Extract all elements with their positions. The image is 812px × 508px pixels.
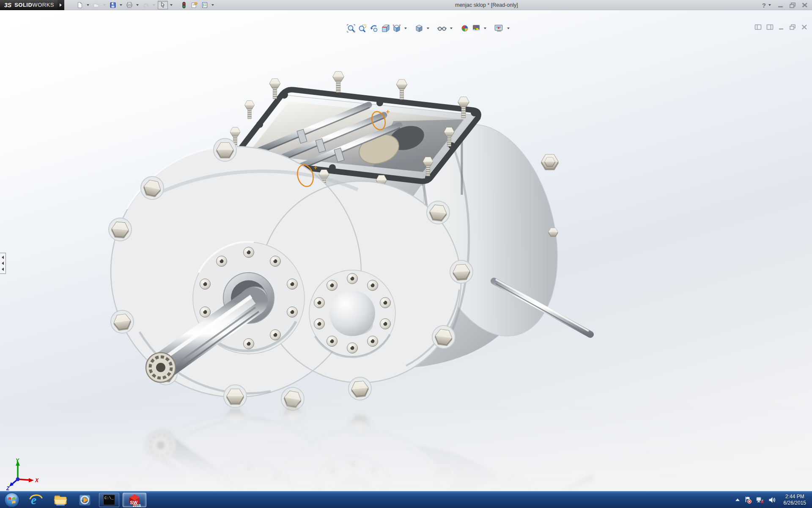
action-center-button[interactable] xyxy=(744,496,752,504)
print-dropdown[interactable] xyxy=(136,4,139,6)
gearbox-model[interactable] xyxy=(108,72,590,412)
open-document-button[interactable] xyxy=(92,1,101,9)
save-floppy-icon xyxy=(110,2,116,8)
section-view-icon xyxy=(381,24,390,33)
hide-show-items-button[interactable] xyxy=(436,23,447,33)
window-title: menjac sklop * [Read-only] xyxy=(455,0,518,10)
zoom-to-fit-button[interactable] xyxy=(346,23,356,33)
apply-scene-dropdown[interactable] xyxy=(484,28,486,29)
view-settings-button[interactable] xyxy=(494,23,505,33)
view-orientation-dropdown[interactable] xyxy=(404,28,407,29)
heads-up-view-toolbar xyxy=(346,23,511,33)
appearance-ball-icon xyxy=(460,24,469,33)
view-orientation-button[interactable] xyxy=(392,23,402,33)
zoom-to-area-button[interactable] xyxy=(357,23,368,33)
undo-button[interactable] xyxy=(141,1,151,9)
view-orientation-icon xyxy=(392,24,401,33)
system-tray: 2:44 PM 6/26/2015 xyxy=(735,491,809,508)
save-dropdown[interactable] xyxy=(120,4,122,6)
network-status-button[interactable] xyxy=(756,496,764,504)
speaker-icon xyxy=(768,496,776,504)
rebuild-button[interactable] xyxy=(179,1,189,9)
new-dropdown[interactable] xyxy=(87,4,89,6)
edit-appearance-button[interactable] xyxy=(460,23,470,33)
taskbar-media-player[interactable] xyxy=(73,491,97,508)
pane-toggle-right-button[interactable] xyxy=(766,24,774,30)
standard-toolbar xyxy=(75,1,216,9)
triad-origin xyxy=(16,478,20,481)
zoom-to-fit-icon xyxy=(346,24,356,33)
eyeglasses-icon xyxy=(437,24,447,33)
folder-explorer-icon xyxy=(53,492,68,508)
display-style-dropdown[interactable] xyxy=(427,28,429,29)
volume-button[interactable] xyxy=(768,496,776,504)
new-document-icon xyxy=(77,2,83,8)
zoom-to-area-icon xyxy=(358,24,367,33)
options-dropdown[interactable] xyxy=(211,4,214,6)
file-properties-button[interactable] xyxy=(189,1,199,9)
previous-view-icon xyxy=(369,24,379,33)
pane-toggle-left-button[interactable] xyxy=(754,24,762,30)
help-button[interactable]: ? xyxy=(762,2,773,9)
window-controls: ? xyxy=(762,0,809,10)
new-document-button[interactable] xyxy=(75,1,85,9)
network-error-icon xyxy=(756,496,764,504)
feature-manager-collapsed-tab[interactable] xyxy=(0,253,6,274)
show-hidden-icons-button[interactable] xyxy=(735,497,741,502)
solidworks-2015-icon: SW 2015 xyxy=(126,492,143,508)
orientation-triad: Y X Z xyxy=(5,457,41,493)
expand-arrow-icon xyxy=(2,256,4,259)
print-button[interactable] xyxy=(125,1,134,9)
close-button[interactable] xyxy=(801,2,809,8)
rebuild-traffic-light-icon xyxy=(181,2,187,8)
view-settings-dropdown[interactable] xyxy=(507,28,510,29)
select-cursor-icon xyxy=(159,2,167,8)
display-style-icon xyxy=(414,24,424,33)
media-player-icon xyxy=(77,492,93,508)
section-view-button[interactable] xyxy=(380,23,390,33)
taskbar-windows-explorer[interactable] xyxy=(48,491,73,508)
solidworks-menu-button[interactable]: 3S SOLIDWORKS xyxy=(0,0,58,10)
help-dropdown xyxy=(768,4,771,6)
apply-scene-icon xyxy=(472,24,481,33)
taskbar-command-prompt[interactable]: C:\_ xyxy=(99,493,119,507)
undo-dropdown[interactable] xyxy=(153,4,155,6)
z-axis-label: Z xyxy=(6,486,10,491)
flag-alert-icon xyxy=(744,496,752,504)
hide-show-items-dropdown[interactable] xyxy=(450,28,453,29)
restore-button[interactable] xyxy=(789,2,797,8)
windows-start-orb-icon xyxy=(4,492,20,508)
svg-text:C:\_: C:\_ xyxy=(104,496,114,500)
previous-view-button[interactable] xyxy=(369,23,379,33)
x-axis-arrow xyxy=(29,478,34,483)
help-icon: ? xyxy=(762,2,766,9)
taskbar-internet-explorer[interactable]: e xyxy=(24,491,48,508)
start-button[interactable] xyxy=(0,491,24,508)
reflection-fade xyxy=(0,404,812,501)
display-style-button[interactable] xyxy=(414,23,424,33)
select-dropdown[interactable] xyxy=(170,4,173,6)
document-window-controls xyxy=(754,24,808,30)
minimize-document-button[interactable] xyxy=(778,24,785,30)
save-button[interactable] xyxy=(108,1,118,9)
options-button[interactable] xyxy=(200,1,209,9)
menu-flyout-button[interactable] xyxy=(58,0,64,10)
taskbar-clock[interactable]: 2:44 PM 6/26/2015 xyxy=(781,494,809,506)
file-properties-icon xyxy=(191,2,198,8)
open-dropdown[interactable] xyxy=(103,4,106,6)
restore-document-button[interactable] xyxy=(789,24,797,30)
expand-arrow-icon xyxy=(2,262,4,265)
apply-scene-button[interactable] xyxy=(471,23,481,33)
command-prompt-icon: C:\_ xyxy=(103,494,115,506)
windows-taskbar: e C:\_ xyxy=(0,491,812,508)
open-folder-icon xyxy=(93,2,100,8)
minimize-button[interactable] xyxy=(777,2,785,8)
print-icon xyxy=(126,2,133,8)
3d-model-canvas[interactable] xyxy=(0,10,812,508)
close-document-button[interactable] xyxy=(801,24,808,30)
options-checklist-icon xyxy=(201,2,208,8)
taskbar-solidworks-2015[interactable]: SW 2015 xyxy=(123,493,146,507)
graphics-area[interactable]: Y X Z *Dimetric xyxy=(0,10,812,491)
clock-date: 6/26/2015 xyxy=(784,500,806,506)
select-tool-button[interactable] xyxy=(158,1,168,9)
